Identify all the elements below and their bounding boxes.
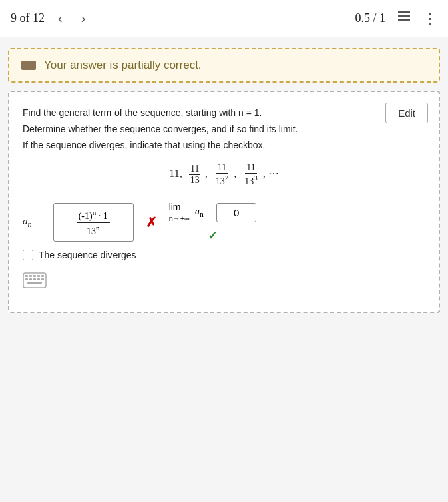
page-indicator: 9 of 12	[11, 11, 45, 25]
more-icon[interactable]: ⋮	[423, 10, 437, 27]
svg-point-4	[401, 15, 403, 17]
sequence-display: 11, 11 13 , 11 132 , 11 133 , ⋯	[23, 162, 425, 187]
svg-rect-15	[37, 278, 40, 280]
an-fraction: (-1)n · 1 13n	[77, 208, 110, 238]
edit-button[interactable]: Edit	[385, 103, 428, 123]
svg-point-3	[401, 11, 403, 13]
svg-rect-8	[29, 275, 32, 277]
lim-label: limn→+∞	[169, 202, 190, 223]
limit-input[interactable]	[216, 203, 256, 222]
svg-point-5	[401, 19, 403, 21]
seq-frac-2: 11 132	[214, 162, 230, 187]
an-label: an =	[23, 216, 41, 230]
seq-frac-1: 11 13	[189, 164, 201, 186]
list-icon[interactable]	[396, 10, 412, 27]
an-numerator: (-1)n · 1	[77, 208, 110, 223]
question-instructions: Find the general term of the sequence, s…	[23, 105, 357, 153]
svg-rect-9	[33, 275, 36, 277]
svg-rect-11	[41, 275, 44, 277]
next-button[interactable]: ›	[76, 8, 91, 29]
header: 9 of 12 ‹ › 0.5 / 1 ⋮	[0, 0, 448, 37]
svg-rect-16	[41, 278, 44, 280]
prev-button[interactable]: ‹	[53, 8, 68, 29]
diverges-checkbox[interactable]	[23, 250, 33, 260]
an-answer-box[interactable]: (-1)n · 1 13n	[53, 203, 134, 242]
header-right: 0.5 / 1 ⋮	[355, 10, 437, 27]
banner-text: Your answer is partially correct.	[44, 59, 202, 72]
question-card: Edit Find the general term of the sequen…	[8, 91, 440, 313]
header-left: 9 of 12 ‹ ›	[11, 8, 91, 29]
svg-rect-17	[27, 282, 42, 284]
banner-icon	[21, 61, 36, 70]
instruction-line3: If the sequence diverges, indicate that …	[23, 140, 265, 150]
keyboard-icon[interactable]	[23, 272, 425, 292]
svg-rect-10	[37, 275, 40, 277]
diverges-label: The sequence diverges	[39, 250, 136, 260]
limit-row: limn→+∞ an =	[169, 202, 257, 223]
lim-an-label: an =	[195, 206, 211, 219]
check-mark: ✓	[208, 228, 218, 243]
svg-rect-12	[25, 278, 28, 280]
diverges-row: The sequence diverges	[23, 250, 425, 260]
seq-frac-3: 11 133	[243, 162, 259, 187]
svg-rect-13	[29, 278, 32, 280]
partial-correct-banner: Your answer is partially correct.	[8, 48, 440, 83]
instruction-line1: Find the general term of the sequence, s…	[23, 107, 262, 118]
svg-rect-14	[33, 278, 36, 280]
instruction-line2: Determine whether the sequence converges…	[23, 123, 298, 134]
limit-section: limn→+∞ an = ✓	[169, 202, 257, 243]
x-mark: ✗	[146, 214, 157, 230]
answer-row: an = (-1)n · 1 13n ✗ limn→+∞ an = ✓	[23, 202, 425, 243]
score-display: 0.5 / 1	[355, 11, 385, 25]
an-denominator: 13n	[85, 223, 102, 238]
svg-rect-7	[25, 275, 28, 277]
